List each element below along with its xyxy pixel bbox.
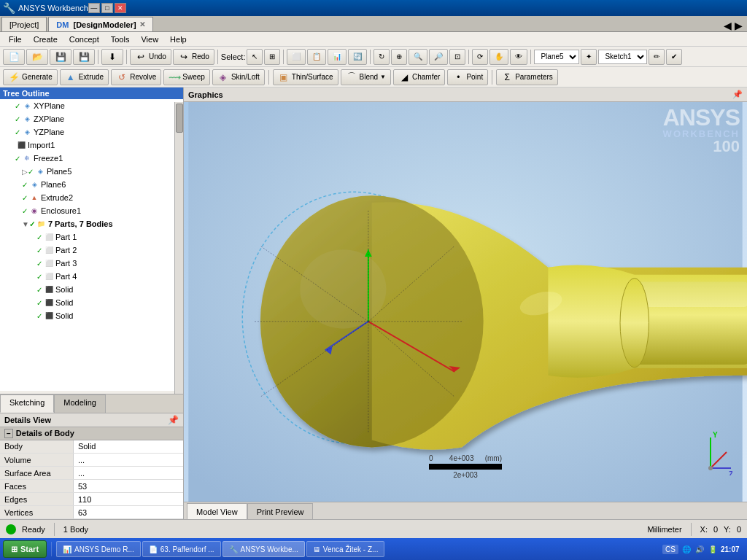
sweep-button[interactable]: ⟿ Sweep <box>163 69 210 85</box>
look-btn[interactable]: 👁 <box>510 49 527 65</box>
model-view-tab[interactable]: Model View <box>187 503 247 519</box>
tree-scrollbar[interactable] <box>174 102 183 394</box>
close-tab-icon[interactable]: ✕ <box>139 20 145 28</box>
details-pin-icon[interactable]: 📌 <box>168 415 179 425</box>
menu-concept[interactable]: Concept <box>63 34 105 45</box>
save-button[interactable]: 💾 <box>50 49 71 65</box>
start-button[interactable]: ⊞ Start <box>3 540 47 558</box>
tree-item-plane5[interactable]: ▷ ✓ ◈ Plane5 <box>0 165 174 178</box>
close-button[interactable]: ✕ <box>115 3 126 13</box>
generate-icon: ⚡ <box>8 71 20 83</box>
tree-item-enclosure1[interactable]: ✓ ◉ Enclosure1 <box>0 204 174 217</box>
tree-item-import1[interactable]: ⬛ Import1 <box>0 139 174 152</box>
select-arrow-button[interactable]: ↖ <box>247 49 263 65</box>
revolve-button[interactable]: ↺ Revolve <box>111 69 161 85</box>
sep5 <box>370 50 371 64</box>
tree-item-extrude2[interactable]: ✓ ▲ Extrude2 <box>0 191 174 204</box>
taskbar-app-ansys-demo[interactable]: 📊 ANSYS Demo R... <box>56 541 141 557</box>
skin-loft-button[interactable]: ◈ Skin/Loft <box>212 69 265 85</box>
tree-item-7parts[interactable]: ▼ ✓ 📁 7 Parts, 7 Bodies <box>0 217 174 230</box>
tree-item-part3[interactable]: ✓ ⬜ Part 3 <box>0 257 174 270</box>
ansys-logo: ANSYS WORKBENCH 100 <box>663 106 740 155</box>
tool-btn-4[interactable]: 🔄 <box>348 49 367 65</box>
generate-button[interactable]: ⚡ Generate <box>3 69 58 85</box>
details-body-header: − Details of Body <box>0 427 183 440</box>
viewport[interactable]: Graphics 📌 <box>184 88 747 519</box>
modeling-tab[interactable]: Modeling <box>54 394 106 413</box>
menu-create[interactable]: Create <box>28 34 63 45</box>
tool-btn-3[interactable]: 📊 <box>328 49 347 65</box>
chamfer-button[interactable]: ◢ Chamfer <box>393 69 445 85</box>
menu-tools[interactable]: Tools <box>105 34 136 45</box>
blend-button[interactable]: ⌒ Blend ▼ <box>341 69 392 85</box>
version-text: 100 <box>663 139 740 155</box>
sketching-tab[interactable]: Sketching <box>0 394 54 413</box>
thinsurface-icon: ▣ <box>278 71 290 83</box>
dm-icon: DM <box>56 20 69 29</box>
tree-item-part2[interactable]: ✓ ⬜ Part 2 <box>0 244 174 257</box>
tree-item-zxplane[interactable]: ✓ ◈ ZXPlane <box>0 112 174 125</box>
tool-btn-2[interactable]: 📋 <box>307 49 326 65</box>
solid-icon: ⬛ <box>44 298 54 308</box>
parameters-button[interactable]: Σ Parameters <box>496 69 558 85</box>
tree-item-solid1[interactable]: ✓ ⬛ Solid <box>0 283 174 296</box>
tree-content[interactable]: ✓ ◈ XYPlane ✓ ◈ ZXPlane ✓ ◈ YZPlane ⬛ Im… <box>0 99 183 391</box>
tool-btn-1[interactable]: ⬜ <box>287 49 306 65</box>
save-as-button[interactable]: 💾 <box>73 49 95 65</box>
menu-file[interactable]: File <box>3 34 28 45</box>
plane-selector[interactable]: Plane5 <box>534 50 579 64</box>
maximize-button[interactable]: □ <box>101 3 113 13</box>
sketch-apply-button[interactable]: ✔ <box>666 49 682 65</box>
new-plane-button[interactable]: ✦ <box>581 49 597 65</box>
undo-button[interactable]: ↩ Undo <box>130 49 171 65</box>
coord-x-label: X: <box>700 525 708 534</box>
blend-dropdown-icon[interactable]: ▼ <box>380 74 386 80</box>
point-label: Point <box>466 73 483 81</box>
point-button[interactable]: • Point <box>447 69 488 85</box>
import-button[interactable]: ⬇ <box>101 49 123 65</box>
tree-item-yzplane[interactable]: ✓ ◈ YZPlane <box>0 125 174 139</box>
tree-item-part1[interactable]: ✓ ⬜ Part 1 <box>0 230 174 244</box>
print-preview-tab[interactable]: Print Preview <box>247 503 314 519</box>
minimize-button[interactable]: — <box>88 3 100 13</box>
collapse-icon[interactable]: − <box>4 429 13 438</box>
redo-button[interactable]: ↪ Redo <box>173 49 214 65</box>
tree-item-plane6[interactable]: ✓ ◈ Plane6 <box>0 178 174 191</box>
nav-right-icon[interactable]: ▶ <box>735 20 743 31</box>
fit-btn[interactable]: ⊡ <box>449 49 465 65</box>
sweep-label: Sweep <box>182 73 205 81</box>
tool2-icon: 📋 <box>312 52 321 61</box>
thin-surface-button[interactable]: ▣ Thin/Surface <box>273 69 338 85</box>
svg-point-28 <box>708 466 713 470</box>
taskbar-app-paffendorf[interactable]: 📄 63. Paffendorf ... <box>142 541 221 557</box>
menu-help[interactable]: Help <box>164 34 193 45</box>
sketch-selector[interactable]: Sketch1 <box>598 50 647 64</box>
taskbar-app-workbench[interactable]: 🔧 ANSYS Workbe... <box>222 541 305 557</box>
nav-btn[interactable]: ⊕ <box>391 49 407 65</box>
tab-designmodeler[interactable]: DM [DesignModeler] ✕ <box>48 17 152 31</box>
tree-item-solid3[interactable]: ✓ ⬛ Solid <box>0 309 174 322</box>
tree-item-part4[interactable]: ✓ ⬜ Part 4 <box>0 270 174 283</box>
scale-right-value: 4e+003 <box>449 454 474 462</box>
rotate-btn[interactable]: ⟳ <box>472 49 488 65</box>
zoom-in-btn[interactable]: 🔍 <box>409 49 427 65</box>
select-mode-button[interactable]: ⊞ <box>264 49 280 65</box>
extrude-button[interactable]: ▲ Extrude <box>60 69 109 85</box>
scroll-thumb[interactable] <box>176 104 183 133</box>
taskbar-app-venca[interactable]: 🖥 Venca Žitek - Z... <box>306 541 385 557</box>
new-button[interactable]: 📄 <box>3 49 25 65</box>
menu-view[interactable]: View <box>135 34 164 45</box>
viewport-pin-icon[interactable]: 📌 <box>732 90 743 99</box>
open-button[interactable]: 📂 <box>26 49 48 65</box>
app-icon-4: 🖥 <box>313 545 320 553</box>
new-sketch-button[interactable]: ✏ <box>649 49 665 65</box>
tree-item-xyplane[interactable]: ✓ ◈ XYPlane <box>0 99 174 112</box>
nav-left-icon[interactable]: ◀ <box>724 20 732 31</box>
tree-item-freeze1[interactable]: ✓ ❄ Freeze1 <box>0 152 174 165</box>
tab-project[interactable]: [Project] <box>1 17 47 31</box>
refresh-button[interactable]: ↻ <box>374 49 390 65</box>
tree-item-solid2[interactable]: ✓ ⬛ Solid <box>0 296 174 309</box>
zoom-out-btn[interactable]: 🔎 <box>429 49 448 65</box>
view-tabs: Model View Print Preview <box>184 502 747 519</box>
pan-btn[interactable]: ✋ <box>489 49 508 65</box>
